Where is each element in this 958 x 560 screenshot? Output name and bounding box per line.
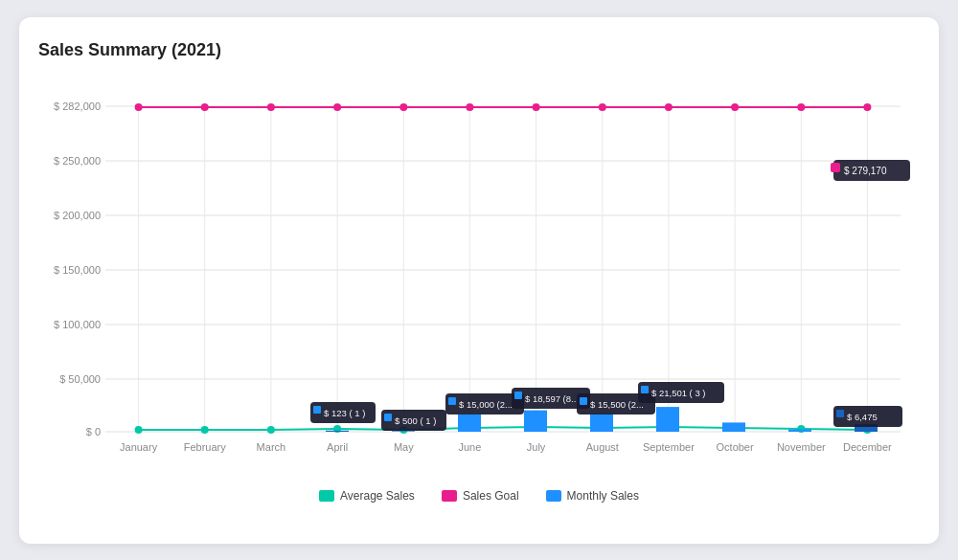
- svg-text:$ 282,000: $ 282,000: [54, 101, 101, 112]
- svg-text:$ 100,000: $ 100,000: [54, 319, 101, 330]
- chart-svg: $ 282,000 $ 250,000 $ 200,000 $ 150,000 …: [38, 78, 920, 480]
- svg-text:June: June: [458, 441, 481, 453]
- svg-text:$ 18,597 (8...: $ 18,597 (8...: [525, 393, 579, 404]
- svg-point-47: [731, 103, 739, 111]
- svg-rect-84: [514, 392, 522, 399]
- svg-text:$ 21,501 ( 3 ): $ 21,501 ( 3 ): [651, 388, 706, 398]
- svg-text:May: May: [394, 441, 414, 453]
- svg-rect-66: [392, 431, 415, 432]
- svg-point-55: [267, 426, 275, 434]
- svg-rect-65: [326, 430, 349, 431]
- legend-average-sales-color: [319, 490, 334, 502]
- legend-sales-goal: Sales Goal: [442, 489, 519, 503]
- svg-text:January: January: [120, 441, 158, 453]
- legend-average-sales-label: Average Sales: [340, 489, 415, 503]
- legend-average-sales: Average Sales: [319, 489, 415, 503]
- svg-text:$ 123 ( 1 ): $ 123 ( 1 ): [324, 408, 365, 418]
- chart-area: $ 282,000 $ 250,000 $ 200,000 $ 150,000 …: [38, 78, 920, 480]
- svg-point-41: [333, 103, 341, 111]
- title-bold: (2021): [171, 40, 221, 59]
- svg-text:$ 15,500 (2...: $ 15,500 (2...: [590, 399, 644, 410]
- svg-rect-90: [641, 386, 649, 393]
- svg-text:$ 200,000: $ 200,000: [54, 210, 101, 221]
- svg-point-49: [863, 103, 871, 111]
- svg-text:November: November: [777, 441, 826, 453]
- legend-sales-goal-color: [442, 490, 457, 502]
- svg-rect-70: [656, 407, 679, 432]
- svg-point-39: [201, 103, 209, 111]
- svg-text:$ 250,000: $ 250,000: [54, 155, 101, 167]
- svg-text:August: August: [586, 441, 619, 453]
- svg-rect-69: [590, 414, 613, 432]
- svg-text:October: October: [717, 441, 754, 453]
- svg-text:April: April: [327, 441, 348, 453]
- svg-rect-87: [580, 397, 587, 405]
- svg-point-54: [201, 426, 209, 434]
- svg-rect-51: [831, 163, 840, 172]
- svg-text:July: July: [527, 441, 546, 453]
- svg-point-45: [599, 103, 606, 111]
- svg-text:$ 0: $ 0: [86, 426, 101, 437]
- svg-text:$ 6,475: $ 6,475: [847, 412, 878, 422]
- svg-rect-78: [384, 414, 392, 421]
- legend-sales-goal-label: Sales Goal: [463, 489, 519, 503]
- svg-rect-72: [788, 429, 811, 431]
- svg-point-44: [533, 103, 540, 111]
- svg-text:December: December: [843, 441, 892, 453]
- svg-rect-71: [722, 422, 745, 432]
- chart-legend: Average Sales Sales Goal Monthly Sales: [38, 489, 920, 503]
- chart-title: Sales Summary (2021): [38, 40, 920, 60]
- svg-rect-75: [313, 406, 321, 414]
- svg-point-46: [665, 103, 673, 111]
- svg-text:September: September: [643, 441, 695, 453]
- svg-point-53: [135, 426, 143, 434]
- svg-rect-68: [524, 410, 547, 431]
- svg-point-42: [399, 103, 407, 111]
- svg-text:$ 15,000 (2...: $ 15,000 (2...: [459, 399, 513, 410]
- svg-text:March: March: [257, 441, 286, 453]
- legend-monthly-sales-label: Monthly Sales: [567, 489, 639, 503]
- sales-summary-card: Sales Summary (2021): [19, 17, 939, 544]
- svg-rect-81: [448, 397, 456, 405]
- svg-text:$ 500 ( 1 ): $ 500 ( 1 ): [395, 415, 436, 426]
- svg-text:$ 150,000: $ 150,000: [54, 264, 101, 276]
- svg-point-48: [797, 103, 805, 111]
- svg-rect-67: [458, 414, 481, 431]
- svg-point-43: [466, 103, 473, 111]
- legend-monthly-sales: Monthly Sales: [546, 489, 639, 503]
- svg-text:February: February: [184, 441, 227, 453]
- svg-point-38: [135, 103, 143, 111]
- svg-rect-93: [836, 410, 844, 417]
- legend-monthly-sales-color: [546, 490, 561, 502]
- svg-text:$ 279,170: $ 279,170: [844, 166, 887, 176]
- svg-text:$ 50,000: $ 50,000: [59, 373, 101, 385]
- svg-point-40: [267, 103, 275, 111]
